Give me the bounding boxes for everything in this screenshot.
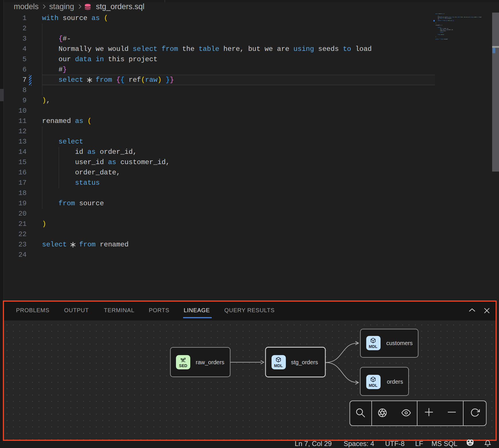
svg-text:stg_orders: stg_orders [291,359,318,366]
svg-text:orders: orders [387,379,403,385]
svg-text:SED: SED [179,363,187,368]
svg-text:customers: customers [386,340,413,346]
svg-text:MDL: MDL [274,363,283,368]
svg-text:raw_orders: raw_orders [196,359,224,366]
